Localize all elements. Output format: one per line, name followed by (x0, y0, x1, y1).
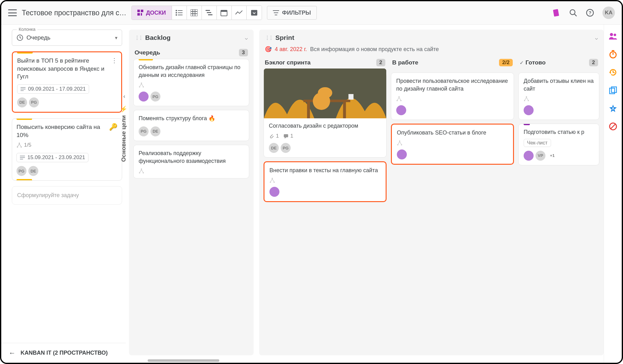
svg-line-26 (574, 14, 577, 16)
goal-card[interactable]: Повысить конверсию сайта на 10% 🔑 1/5 15… (12, 118, 122, 181)
lane-name: Бэклог спринта (265, 59, 311, 66)
list-icon (176, 10, 183, 16)
filters-button[interactable]: ФИЛЬТРЫ (267, 6, 317, 20)
timer-icon[interactable] (608, 50, 618, 59)
boards-area: ⋮⋮ Backlog ⌵ Очередь 3 Обновить дизайн г… (126, 25, 604, 363)
svg-line-74 (400, 142, 401, 144)
history-icon[interactable] (608, 68, 618, 77)
card-title: Провести пользовательское исследование п… (396, 77, 509, 93)
collapse-icon[interactable]: ⌵ (245, 35, 248, 41)
menu-icon[interactable] (8, 9, 17, 16)
chart-icon (235, 10, 243, 16)
user-avatar[interactable]: KA (602, 7, 615, 19)
clock-icon (17, 34, 23, 41)
svg-rect-54 (343, 102, 346, 118)
filter-icon (273, 10, 279, 15)
column-selector[interactable]: Колонка Очередь ▾ (12, 30, 122, 46)
svg-rect-23 (275, 15, 277, 15)
card-stripe (17, 119, 32, 120)
card-title: Внести правки в тексты на главную сайта (269, 167, 381, 174)
sprint-lane: ✓ Готово 2 Добавить отзывы клиен на сайт (518, 56, 599, 355)
sprint-lane: В работе 2/2 Провести пользовательское и… (391, 56, 514, 355)
svg-rect-24 (553, 9, 559, 17)
svg-point-34 (17, 146, 18, 148)
sprint-date: 4 авг. 2022 г. (275, 46, 307, 53)
bolt-icon: ⚡ (120, 106, 127, 113)
text-icon (21, 87, 26, 91)
svg-line-49 (140, 170, 141, 172)
svg-line-37 (19, 144, 21, 146)
goals-tab[interactable]: Основные цели⚡ (120, 106, 127, 162)
view-boards[interactable]: ДОСКИ (132, 6, 172, 20)
grip-icon[interactable]: ⋮⋮ (135, 35, 142, 41)
avatar (139, 92, 149, 102)
count-badge: 2 (589, 59, 598, 66)
whats-new-icon[interactable] (552, 8, 561, 17)
view-list[interactable] (172, 6, 187, 20)
collapse-sidebar-icon[interactable]: ‹ (123, 93, 125, 100)
view-timeline[interactable] (202, 6, 217, 20)
more-icon[interactable]: ⋮ (111, 57, 117, 64)
view-archive[interactable] (247, 6, 262, 20)
svg-rect-5 (178, 10, 183, 11)
task-card[interactable]: Обновить дизайн главной страницы по данн… (133, 59, 249, 106)
svg-rect-6 (176, 12, 177, 13)
svg-line-90 (611, 124, 616, 129)
members-icon[interactable] (608, 31, 618, 41)
card-stripe (17, 52, 33, 54)
svg-rect-32 (21, 90, 24, 91)
svg-line-73 (398, 142, 400, 144)
svg-rect-19 (221, 10, 227, 12)
task-card[interactable]: Внести правки в тексты на главную сайта (264, 161, 387, 202)
calendar-icon (221, 9, 227, 16)
svg-rect-30 (21, 87, 26, 88)
task-card[interactable]: Согласовать дизайн с редактором 1 1 (264, 73, 387, 158)
svg-point-41 (141, 83, 142, 84)
grid-icon (191, 9, 197, 16)
svg-point-61 (270, 182, 271, 183)
goal-title: Выйти в ТОП 5 в рейтинге поисковых запро… (17, 57, 116, 81)
task-card[interactable]: Поменять структуру блога 🔥 PG DE (133, 110, 249, 141)
scrollbar[interactable] (148, 359, 219, 362)
lane-name: В работе (392, 59, 418, 66)
task-card[interactable]: Опубликовать SEO-статьи в блоге (391, 124, 514, 164)
grip-icon[interactable]: ⋮⋮ (265, 35, 272, 41)
task-card[interactable]: Подготовить статью к р Чек-лист VP +1 (518, 124, 599, 165)
avatar: PG (139, 126, 149, 136)
avatar: VP (535, 151, 545, 161)
svg-text:A: A (611, 106, 614, 111)
copy-icon[interactable] (608, 86, 618, 95)
collapse-icon[interactable]: ⌵ (595, 35, 598, 41)
svg-rect-10 (191, 9, 197, 16)
svg-rect-17 (208, 14, 212, 15)
space-title[interactable]: Тестовое пространство для с… (22, 9, 126, 17)
svg-rect-84 (612, 50, 614, 51)
subtasks-icon (269, 177, 381, 183)
avatar (396, 105, 406, 115)
search-icon[interactable] (569, 8, 578, 17)
help-icon[interactable]: ? (586, 8, 594, 17)
task-card[interactable]: Добавить отзывы клиен на сайт (518, 73, 599, 120)
svg-rect-15 (206, 10, 210, 11)
view-chart[interactable] (232, 6, 247, 20)
block-icon[interactable] (608, 122, 618, 131)
view-grid[interactable] (187, 6, 202, 20)
goal-card[interactable]: Выйти в ТОП 5 в рейтинге поисковых запро… (12, 51, 122, 113)
svg-line-44 (140, 84, 141, 86)
svg-point-81 (614, 34, 616, 36)
svg-point-67 (400, 100, 402, 101)
svg-point-76 (524, 100, 525, 101)
footer-breadcrumb[interactable]: ← KANBAN IT (2 ПРОСТРАНСТВО) (1, 343, 126, 363)
view-calendar[interactable] (217, 6, 232, 20)
task-card[interactable]: Провести пользовательское исследование п… (391, 73, 514, 120)
compose-input[interactable]: Сформулируйте задачу (12, 186, 122, 205)
task-card[interactable]: Реализовать поддержку функционального вз… (133, 145, 249, 178)
subtasks-icon (17, 142, 22, 148)
comment-icon: 1 (283, 133, 293, 139)
avatar: PG (29, 97, 39, 107)
card-title: Согласовать дизайн с редактором (269, 122, 381, 130)
subtasks-icon (139, 168, 244, 174)
goal-title: Повысить конверсию сайта на 10% (17, 123, 117, 139)
avatar (524, 151, 534, 161)
automation-icon[interactable]: A (608, 104, 618, 113)
